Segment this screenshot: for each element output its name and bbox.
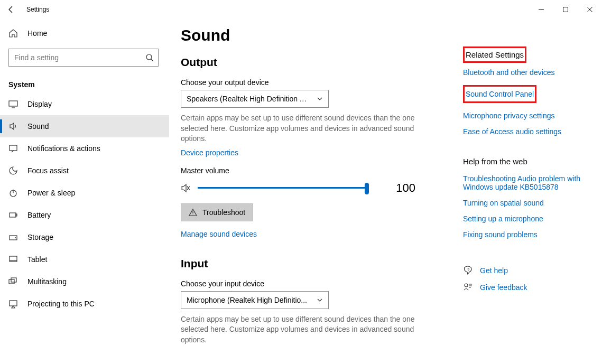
output-help-text: Certain apps may be set up to use differ… bbox=[181, 108, 419, 146]
slider-thumb[interactable] bbox=[365, 183, 369, 194]
svg-rect-5 bbox=[10, 213, 16, 217]
help-link-kb[interactable]: Troubleshooting Audio problem with Windo… bbox=[463, 172, 595, 193]
chevron-down-icon bbox=[317, 297, 323, 303]
search-input[interactable] bbox=[13, 53, 145, 62]
notifications-icon bbox=[8, 144, 18, 153]
focus-assist-icon bbox=[8, 166, 18, 175]
master-volume-value: 100 bbox=[384, 181, 415, 195]
related-settings-highlight: Related Settings bbox=[463, 46, 526, 63]
display-icon bbox=[8, 99, 18, 109]
nav-notifications[interactable]: Notifications & actions bbox=[0, 137, 169, 160]
window-title: Settings bbox=[26, 6, 49, 13]
main-content: Sound Output Choose your output device S… bbox=[181, 19, 445, 364]
power-icon bbox=[8, 188, 18, 198]
minimize-button[interactable] bbox=[529, 1, 553, 18]
title-bar: Settings bbox=[0, 0, 602, 19]
input-help-text: Certain apps may be set up to use differ… bbox=[181, 309, 419, 348]
feedback-icon bbox=[463, 283, 473, 292]
nav-label: Multitasking bbox=[27, 277, 67, 286]
projecting-icon bbox=[8, 299, 18, 309]
troubleshoot-output-button[interactable]: Troubleshoot bbox=[181, 203, 253, 221]
nav-sound[interactable]: Sound bbox=[0, 115, 169, 137]
svg-rect-12 bbox=[10, 301, 17, 306]
svg-rect-2 bbox=[9, 101, 17, 106]
give-feedback-link[interactable]: Give feedback bbox=[480, 281, 527, 294]
nav-label: Power & sleep bbox=[27, 189, 75, 197]
master-volume-slider[interactable] bbox=[198, 182, 367, 194]
close-button[interactable] bbox=[578, 1, 602, 18]
battery-icon bbox=[8, 210, 18, 220]
search-box[interactable] bbox=[8, 49, 159, 67]
svg-rect-11 bbox=[11, 278, 16, 282]
svg-rect-3 bbox=[10, 145, 17, 151]
get-help-link[interactable]: Get help bbox=[480, 264, 508, 277]
bluetooth-link[interactable]: Bluetooth and other devices bbox=[463, 66, 595, 79]
help-from-web-heading: Help from the web bbox=[463, 141, 595, 169]
help-icon: ? bbox=[463, 266, 473, 275]
svg-rect-6 bbox=[16, 214, 17, 216]
volume-mute-icon[interactable] bbox=[181, 183, 191, 193]
output-device-properties-link[interactable]: Device properties bbox=[181, 146, 238, 159]
search-icon bbox=[145, 53, 154, 62]
nav-label: Battery bbox=[27, 211, 51, 219]
page-title: Sound bbox=[181, 19, 445, 51]
nav-storage[interactable]: Storage bbox=[0, 226, 169, 248]
manage-sound-devices-link[interactable]: Manage sound devices bbox=[181, 228, 445, 240]
sound-icon bbox=[8, 122, 18, 131]
svg-point-1 bbox=[146, 54, 152, 60]
nav-label: Display bbox=[27, 100, 52, 108]
svg-text:?: ? bbox=[467, 267, 470, 272]
svg-point-14 bbox=[465, 284, 468, 287]
multitasking-icon bbox=[8, 277, 18, 286]
home-icon bbox=[8, 29, 18, 38]
nav-battery[interactable]: Battery bbox=[0, 204, 169, 226]
sound-control-panel-link[interactable]: Sound Control Panel bbox=[466, 88, 534, 100]
input-heading: Input bbox=[181, 244, 445, 272]
input-device-value: Microphone (Realtek High Definitio... bbox=[187, 296, 307, 304]
nav-label: Storage bbox=[27, 233, 53, 241]
help-link-spatial[interactable]: Turning on spatial sound bbox=[463, 197, 595, 209]
choose-input-label: Choose your input device bbox=[181, 272, 445, 291]
tablet-icon bbox=[8, 255, 18, 264]
nav-power-sleep[interactable]: Power & sleep bbox=[0, 182, 169, 204]
back-button[interactable] bbox=[5, 4, 17, 15]
output-device-dropdown[interactable]: Speakers (Realtek High Definition A... bbox=[181, 90, 329, 108]
ease-of-access-link[interactable]: Ease of Access audio settings bbox=[463, 125, 595, 138]
related-settings-heading: Related Settings bbox=[466, 48, 524, 61]
nav-label: Sound bbox=[27, 122, 49, 130]
chevron-down-icon bbox=[317, 96, 323, 102]
choose-output-label: Choose your output device bbox=[181, 71, 445, 90]
nav-label: Tablet bbox=[27, 255, 47, 264]
svg-rect-0 bbox=[563, 7, 568, 12]
mic-privacy-link[interactable]: Microphone privacy settings bbox=[463, 109, 595, 122]
sidebar: Home System Display Sound Notifications … bbox=[0, 19, 169, 364]
sidebar-category: System bbox=[0, 71, 169, 93]
nav-label: Projecting to this PC bbox=[27, 300, 95, 308]
nav-tablet[interactable]: Tablet bbox=[0, 248, 169, 270]
output-heading: Output bbox=[181, 51, 445, 71]
nav-home-label: Home bbox=[27, 29, 47, 38]
master-volume-label: Master volume bbox=[181, 159, 445, 178]
nav-display[interactable]: Display bbox=[0, 93, 169, 115]
warning-icon bbox=[189, 208, 197, 217]
input-device-dropdown[interactable]: Microphone (Realtek High Definitio... bbox=[181, 291, 329, 309]
svg-point-8 bbox=[15, 237, 16, 238]
nav-multitasking[interactable]: Multitasking bbox=[0, 270, 169, 293]
help-link-mic-setup[interactable]: Setting up a microphone bbox=[463, 212, 595, 225]
help-link-fix[interactable]: Fixing sound problems bbox=[463, 228, 595, 241]
svg-rect-10 bbox=[9, 279, 14, 284]
nav-focus-assist[interactable]: Focus assist bbox=[0, 160, 169, 182]
nav-projecting[interactable]: Projecting to this PC bbox=[0, 293, 169, 315]
output-device-value: Speakers (Realtek High Definition A... bbox=[187, 95, 308, 103]
maximize-button[interactable] bbox=[553, 1, 578, 18]
nav-label: Notifications & actions bbox=[27, 144, 100, 153]
nav-home[interactable]: Home bbox=[0, 24, 169, 42]
storage-icon bbox=[8, 232, 18, 242]
troubleshoot-label: Troubleshoot bbox=[202, 208, 245, 217]
right-pane: Related Settings Bluetooth and other dev… bbox=[463, 46, 595, 298]
nav-label: Focus assist bbox=[27, 166, 69, 175]
sound-control-panel-highlight: Sound Control Panel bbox=[463, 85, 536, 103]
